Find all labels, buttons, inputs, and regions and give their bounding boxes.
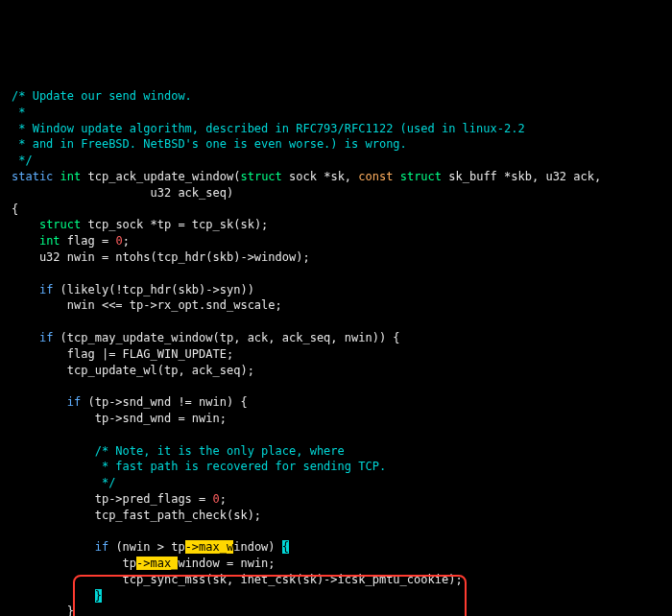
comment-line: /* Update our send window. (12, 89, 192, 103)
code-line: struct tcp_sock *tp = tcp_sk(sk); (12, 218, 268, 231)
comment-line: * (12, 106, 25, 119)
number-literal: 0 (213, 492, 220, 506)
code-line: flag |= FLAG_WIN_UPDATE; (12, 347, 233, 361)
keyword-if: if (39, 331, 53, 344)
brace-open: { (12, 202, 18, 216)
number-literal: 0 (115, 234, 122, 248)
code-line: if (tcp_may_update_window(tp, ack, ack_s… (12, 331, 400, 344)
code-line: u32 nwin = ntohs(tcp_hdr(skb)->window); (12, 250, 310, 264)
code-line: u32 ack_seq) (12, 186, 233, 200)
code-line: int flag = 0; (12, 234, 130, 248)
cursor-highlight: { (282, 540, 289, 554)
brace-close: } (12, 604, 74, 616)
function-name: tcp_ack_update_window (88, 170, 234, 183)
type-int: int (60, 170, 82, 183)
code-line: if (tp->snd_wnd != nwin) { (12, 395, 248, 409)
comment-line: * and in FreeBSD. NetBSD's one is even w… (12, 137, 407, 151)
keyword-if: if (95, 540, 108, 554)
type-int: int (39, 234, 60, 248)
keyword-if: if (67, 395, 81, 409)
comment-line: * Window update algorithm, described in … (12, 122, 525, 135)
comment-line: */ (12, 154, 33, 167)
code-line: if (likely(!tcp_hdr(skb)->syn)) (12, 283, 254, 296)
comment-line: /* Note, it is the only place, where (12, 444, 345, 458)
code-line: nwin <<= tp->rx_opt.snd_wscale; (12, 298, 282, 312)
keyword-if: if (39, 283, 53, 296)
code-line: tcp_fast_path_check(sk); (12, 509, 261, 522)
code-line: tp->snd_wnd = nwin; (12, 412, 227, 425)
code-line: } (12, 589, 102, 603)
keyword-const: const (358, 170, 393, 183)
code-line: tp->pred_flags = 0; (12, 492, 227, 506)
code-line: static int tcp_ack_update_window(struct … (12, 170, 601, 183)
cursor-highlight: } (95, 589, 102, 603)
keyword-struct: struct (39, 218, 81, 231)
keyword-struct: struct (400, 170, 442, 183)
code-line: tcp_sync_mss(sk, inet_csk(sk)->icsk_pmtu… (12, 573, 463, 586)
comment-line: */ (12, 476, 115, 489)
keyword-static: static (12, 170, 53, 183)
keyword-struct: struct (240, 170, 281, 183)
code-line: if (nwin > tp->max_window) { (12, 540, 289, 554)
param-sock: sock (289, 170, 317, 183)
search-highlight: ->max_w (185, 540, 234, 554)
code-line: tp->max_window = nwin; (12, 557, 276, 570)
code-editor-view: /* Update our send window. * * Window up… (12, 72, 660, 616)
code-line: tcp_update_wl(tp, ack_seq); (12, 364, 254, 377)
search-highlight: ->max_ (136, 557, 178, 570)
comment-line: * fast path is recovered for sending TCP… (12, 460, 386, 473)
